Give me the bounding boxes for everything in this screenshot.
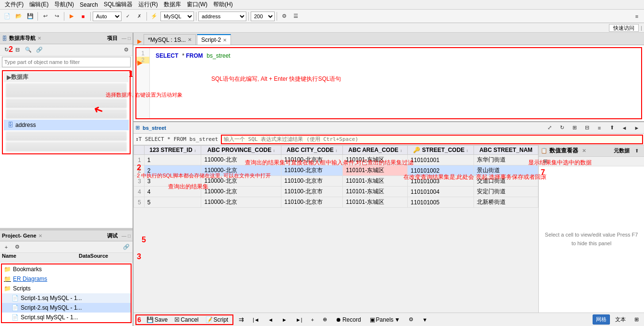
nav-collapse[interactable]: ⊟ xyxy=(12,45,23,55)
script-btn[interactable]: 📝 Script xyxy=(202,315,232,325)
col-street-code[interactable]: 🔑 STREET_CODE ↕ xyxy=(408,146,474,155)
col-street-id[interactable]: 123 STREET_ID ↕ xyxy=(144,146,201,155)
table-cell[interactable]: 110101004 xyxy=(408,187,474,197)
toolbar-misc1[interactable]: ⚙ xyxy=(279,11,290,22)
autocommit-select[interactable]: Auto xyxy=(93,12,122,21)
table-cell[interactable]: 2 xyxy=(144,165,201,176)
col-city[interactable]: ABC CITY_CODE ↕ xyxy=(281,146,342,155)
text-btn[interactable]: 文本 xyxy=(612,314,629,325)
table-cell[interactable]: 110000-北京 xyxy=(201,165,281,176)
menu-search[interactable]: Search xyxy=(77,1,101,8)
save-btn[interactable]: 💾 Save xyxy=(143,315,171,325)
menu-run[interactable]: 运行(R) xyxy=(135,0,161,9)
table-row[interactable]: 44110000-北京110100-北京市110101-东城区110101004… xyxy=(134,187,538,197)
action-misc[interactable]: ⊞ xyxy=(631,315,642,324)
results-nav-right[interactable]: ► xyxy=(632,123,642,133)
tab-script2[interactable]: Script-2 ✕ xyxy=(197,34,231,45)
table-cell[interactable]: 4 xyxy=(144,187,201,197)
menu-nav[interactable]: 导航(N) xyxy=(51,0,77,9)
table-cell[interactable]: 110101-东城区 xyxy=(343,155,408,165)
filter-input[interactable] xyxy=(2,57,131,67)
results-resize[interactable]: ⤢ xyxy=(544,123,555,133)
script2-item[interactable]: 📄 Script-2.sq MySQL - 1... xyxy=(2,303,131,313)
col-province[interactable]: ABC PROVINCE_CODE ↕ xyxy=(201,146,281,155)
table-cell[interactable]: 北新桥街道 xyxy=(474,197,538,208)
table-cell[interactable]: 1 xyxy=(144,155,201,165)
toolbar-undo[interactable]: ↩ xyxy=(40,11,50,22)
table-cell[interactable]: 5 xyxy=(134,197,145,208)
toolbar-stop[interactable]: ■ xyxy=(78,11,88,22)
toolbar-new[interactable]: 📄 xyxy=(2,11,12,22)
menu-window[interactable]: 窗口(W) xyxy=(184,0,210,9)
quick-access-btn[interactable]: 快速访问 xyxy=(609,24,639,32)
scripts-settings[interactable]: ⚙ xyxy=(12,242,23,252)
table-cell[interactable]: 110101001 xyxy=(408,155,474,165)
table-cell[interactable]: 110101-东城区 xyxy=(343,165,408,176)
settings-arrow[interactable]: ▼ xyxy=(419,315,431,324)
tab-script2-close[interactable]: ✕ xyxy=(223,38,227,43)
nav-add[interactable]: + xyxy=(307,315,317,324)
table-row[interactable]: 33110000-北京110100-北京市110101-东城区110101003… xyxy=(134,176,538,187)
table-cell[interactable]: 110100-北京市 xyxy=(281,155,342,165)
results-filter1[interactable]: ⊞ xyxy=(569,123,580,133)
record-btn[interactable]: ⏺ Record xyxy=(332,315,365,325)
table-cell[interactable]: 110100-北京市 xyxy=(281,197,342,208)
server-select[interactable]: MySQL xyxy=(160,12,194,21)
table-cell[interactable]: 110100-北京市 xyxy=(281,165,342,176)
scriptsql-item[interactable]: 📄 Script.sql MySQL - 1... xyxy=(2,313,131,322)
limit-select[interactable]: 200 xyxy=(251,12,275,21)
scripts-folder-item[interactable]: 📁 Scripts xyxy=(2,284,131,293)
value-panel-close[interactable]: ✕ xyxy=(582,148,586,153)
scripts-link[interactable]: 🔗 xyxy=(121,242,132,252)
tab-mysql[interactable]: *MySQL : 1S... ✕ xyxy=(144,34,196,45)
toolbar-misc3[interactable]: ≡ xyxy=(632,11,642,22)
table-cell[interactable]: 3 xyxy=(144,176,201,187)
results-refresh[interactable]: ↻ xyxy=(557,123,567,133)
table-row[interactable]: 11110000-北京110100-北京市110101-东城区110101001… xyxy=(134,155,538,165)
col-area[interactable]: ABC AREA_CODE ↕ xyxy=(343,146,408,155)
value-panel-toolbar1[interactable]: ⬆ xyxy=(632,146,642,156)
menu-file[interactable]: 文件(F) xyxy=(2,0,26,9)
menu-sqleditor[interactable]: SQL编辑器 xyxy=(101,0,135,9)
table-cell[interactable]: 安定门街道 xyxy=(474,187,538,197)
nav-last[interactable]: ►| xyxy=(292,315,306,324)
db-select[interactable]: address xyxy=(198,12,246,21)
table-cell[interactable]: 交道口街道 xyxy=(474,176,538,187)
toolbar-save[interactable]: 💾 xyxy=(25,11,36,22)
nav-link[interactable]: 🔗 xyxy=(34,45,45,55)
grid-btn[interactable]: 网格 xyxy=(593,314,610,325)
results-filter2[interactable]: ⊟ xyxy=(582,123,592,133)
menu-edit[interactable]: 编辑(E) xyxy=(26,0,51,9)
table-cell[interactable]: 110000-北京 xyxy=(201,176,281,187)
nav-filter[interactable]: 🔍 xyxy=(23,45,34,55)
toolbar-misc2[interactable]: ☰ xyxy=(291,11,301,22)
table-cell[interactable]: 2 xyxy=(134,165,145,176)
nav-first[interactable]: |◄ xyxy=(249,315,263,324)
table-cell[interactable]: 110101002 xyxy=(408,165,474,176)
menu-help[interactable]: 帮助(H) xyxy=(210,0,236,9)
menu-db[interactable]: 数据库 xyxy=(161,0,184,9)
nav-settings[interactable]: ⚙ xyxy=(121,45,132,55)
results-nav-left[interactable]: ◄ xyxy=(619,123,630,133)
data-table-wrapper[interactable]: 123 STREET_ID ↕ ABC PROVINCE_CODE ↕ ABC … xyxy=(134,145,538,313)
table-cell[interactable]: 110100-北京市 xyxy=(281,187,342,197)
toolbar-open[interactable]: 📂 xyxy=(13,11,24,22)
table-cell[interactable]: 3 xyxy=(134,176,145,187)
scripts-new[interactable]: + xyxy=(1,242,12,252)
table-row[interactable]: 55110000-北京110100-北京市110101-东城区110101005… xyxy=(134,197,538,208)
table-cell[interactable]: 110100-北京市 xyxy=(281,176,342,187)
table-cell[interactable]: 110101-东城区 xyxy=(343,197,408,208)
table-cell[interactable]: 110101-东城区 xyxy=(343,187,408,197)
table-cell[interactable]: 110000-北京 xyxy=(201,155,281,165)
sort-street-id[interactable]: ↕ xyxy=(194,149,196,153)
table-cell[interactable]: 110000-北京 xyxy=(201,197,281,208)
table-row[interactable]: 22110000-北京110100-北京市110101-东城区110101002… xyxy=(134,165,538,176)
panels-btn[interactable]: ▣ Panels ▼ xyxy=(366,315,404,325)
table-cell[interactable]: 东华门街道 xyxy=(474,155,538,165)
table-cell[interactable]: 110101-东城区 xyxy=(343,176,408,187)
vp-btn1[interactable]: ⊞ xyxy=(540,156,550,167)
cancel-btn[interactable]: ☒ Cancel xyxy=(171,315,202,325)
table-cell[interactable]: 110101003 xyxy=(408,176,474,187)
nav-refresh[interactable]: ↻ xyxy=(1,45,12,55)
nav-prev[interactable]: ◄ xyxy=(265,315,277,324)
